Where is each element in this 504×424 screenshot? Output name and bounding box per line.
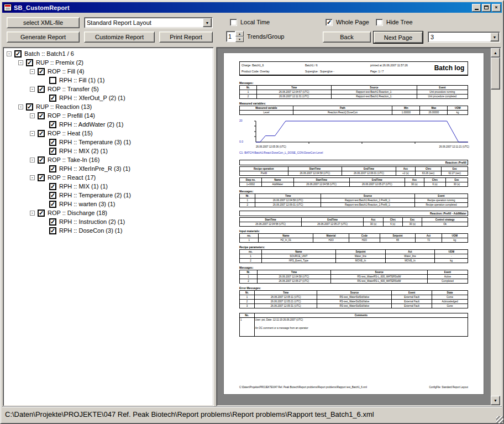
tree-checkbox[interactable]: ✓ xyxy=(38,68,45,75)
collapse-icon[interactable]: - xyxy=(30,113,35,118)
trends-per-group-spinner[interactable]: 1 ▲ ▼ Trends/Group xyxy=(226,31,284,42)
tree-item[interactable]: -✓ROP :: React (17) xyxy=(3,173,213,182)
minimize-button[interactable] xyxy=(472,4,481,12)
tree-item[interactable]: -✓RUP :: Reaction (13) xyxy=(3,102,213,111)
tree-checkbox[interactable]: ✓ xyxy=(38,86,45,93)
tree-item-label[interactable]: RPH :: MIX (1) (1) xyxy=(59,183,108,190)
tree-checkbox[interactable]: ✓ xyxy=(38,112,45,119)
local-time-option[interactable]: Local Time xyxy=(230,18,270,26)
tree-checkbox[interactable]: ✓ xyxy=(14,50,22,57)
tree-checkbox[interactable]: ✓ xyxy=(49,139,56,146)
tree-item-label[interactable]: RPH :: DoseCon (3) (1) xyxy=(59,227,122,234)
tree-item[interactable]: -✓RUP :: Premix (2) xyxy=(3,58,213,67)
generate-report-button[interactable]: Generate Report xyxy=(7,32,80,43)
tree-item[interactable]: -✓Batch :: Batch1 / 6 xyxy=(3,49,213,58)
report-layout-combo[interactable]: Standard Report Layout ▼ xyxy=(84,17,213,28)
scroll-up-icon[interactable]: ▲ xyxy=(491,48,500,57)
scrollbar-thumb[interactable] xyxy=(491,57,500,90)
tree-checkbox[interactable]: ✓ xyxy=(49,192,56,199)
tree-item[interactable]: ✓RPH :: Instruction (2) (1) xyxy=(3,217,213,226)
tree-item-label[interactable]: RPH :: AddWater (2) (1) xyxy=(59,121,123,128)
tree-item[interactable]: ✓RPH :: MIX (1) (1) xyxy=(3,182,213,191)
tree-item-label[interactable]: Batch :: Batch1 / 6 xyxy=(24,50,74,57)
spin-up-icon[interactable]: ▲ xyxy=(235,31,244,36)
tree-item-label[interactable]: RPH :: warten (3) (1) xyxy=(59,201,115,207)
collapse-icon[interactable]: - xyxy=(30,131,35,136)
tree-checkbox[interactable] xyxy=(49,77,56,84)
collapse-icon[interactable]: - xyxy=(30,211,35,216)
close-button[interactable]: × xyxy=(492,4,501,12)
tree-checkbox[interactable]: ✓ xyxy=(49,148,56,155)
tree-item[interactable]: -✓ROP :: Heat (15) xyxy=(3,129,213,138)
whole-page-option[interactable]: ✓ Whole Page xyxy=(326,18,369,26)
local-time-label[interactable]: Local Time xyxy=(240,19,270,25)
tree-checkbox[interactable]: ✓ xyxy=(49,201,56,208)
tree-checkbox[interactable]: ✓ xyxy=(49,227,56,234)
hide-tree-option[interactable]: Hide Tree xyxy=(376,18,413,26)
tree-item-label[interactable]: ROP :: Take-In (16) xyxy=(48,156,99,163)
tree-checkbox[interactable]: ✓ xyxy=(49,121,56,128)
tree-checkbox[interactable]: ✓ xyxy=(49,95,56,102)
tree-item-label[interactable]: RPH :: Temperature (2) (1) xyxy=(59,192,131,198)
tree-item-label[interactable]: ROP :: Heat (15) xyxy=(48,130,93,137)
collapse-icon[interactable]: - xyxy=(30,158,35,163)
chevron-down-icon[interactable]: ▼ xyxy=(490,33,499,41)
tree-item[interactable]: -✓ROP :: Transfer (5) xyxy=(3,85,213,93)
tree-item[interactable]: ✓RPH :: XferOut_P (2) (1) xyxy=(3,93,213,102)
trends-per-group-value[interactable]: 1 xyxy=(226,31,235,42)
tree-item[interactable]: ✓RPH :: Temperature (2) (1) xyxy=(3,191,213,200)
collapse-icon[interactable]: - xyxy=(7,51,12,56)
tree-checkbox[interactable]: ✓ xyxy=(26,103,33,111)
tree-item-label[interactable]: RPH :: XferInPre_R (3) (1) xyxy=(59,165,130,172)
tree-item[interactable]: ✓RPH :: MIX (2) (1) xyxy=(3,146,213,155)
collapse-icon[interactable]: - xyxy=(18,104,23,109)
tree-item[interactable]: ✓RPH :: DoseCon (3) (1) xyxy=(3,226,213,235)
hide-tree-checkbox[interactable] xyxy=(376,19,383,26)
tree-item-label[interactable]: ROP :: Fill (4) xyxy=(48,68,84,75)
customize-report-button[interactable]: Customize Report xyxy=(84,32,155,43)
tree-item-label[interactable]: RPH :: XferOut_P (2) (1) xyxy=(59,95,125,101)
collapse-icon[interactable]: - xyxy=(30,69,35,74)
tree-item[interactable]: ✓RPH :: AddWater (2) (1) xyxy=(3,120,213,129)
next-page-button[interactable]: Next Page xyxy=(374,32,423,43)
tree-checkbox[interactable]: ✓ xyxy=(38,156,45,164)
page-number-combo[interactable]: 3 ▼ xyxy=(428,32,500,43)
maximize-button[interactable] xyxy=(482,4,491,12)
back-button[interactable]: Back xyxy=(323,32,371,43)
whole-page-label[interactable]: Whole Page xyxy=(336,19,369,25)
tree-checkbox[interactable]: ✓ xyxy=(38,210,45,217)
tree-item-label[interactable]: RPH :: Instruction (2) (1) xyxy=(59,218,125,225)
tree-item-label[interactable]: RPH :: Temperature (3) (1) xyxy=(59,139,131,145)
tree-checkbox[interactable]: ✓ xyxy=(49,165,56,172)
spin-down-icon[interactable]: ▼ xyxy=(235,36,244,42)
scroll-down-icon[interactable]: ▼ xyxy=(491,396,500,405)
local-time-checkbox[interactable] xyxy=(230,19,237,26)
tree-item[interactable]: ✓RPH :: Temperature (3) (1) xyxy=(3,138,213,146)
chevron-down-icon[interactable]: ▼ xyxy=(203,18,212,27)
tree-checkbox[interactable]: ✓ xyxy=(26,59,33,66)
tree-item-label[interactable]: ROP :: Discharge (18) xyxy=(48,210,107,216)
resize-grip[interactable] xyxy=(496,416,503,423)
tree-item-label[interactable]: ROP :: Transfer (5) xyxy=(48,86,99,92)
tree-item[interactable]: -✓ROP :: Fill (4) xyxy=(3,67,213,76)
collapse-icon[interactable]: - xyxy=(30,175,35,180)
tree-item-label[interactable]: RUP :: Premix (2) xyxy=(36,59,83,66)
collapse-icon[interactable]: - xyxy=(30,87,35,92)
collapse-icon[interactable]: - xyxy=(18,60,23,65)
tree-checkbox[interactable]: ✓ xyxy=(38,174,45,181)
vertical-scrollbar[interactable]: ▲ ▼ xyxy=(491,48,500,405)
tree-checkbox[interactable]: ✓ xyxy=(49,183,56,190)
tree-item[interactable]: -✓ROP :: Discharge (18) xyxy=(3,208,213,217)
tree-item-label[interactable]: ROP :: React (17) xyxy=(48,174,96,181)
tree-item-label[interactable]: RPH :: Fill (1) (1) xyxy=(59,77,105,83)
tree-checkbox[interactable]: ✓ xyxy=(49,218,56,226)
tree-item-label[interactable]: RPH :: MIX (2) (1) xyxy=(59,148,108,154)
select-xml-file-button[interactable]: select XML-file xyxy=(7,17,80,28)
print-report-button[interactable]: Print Report xyxy=(159,32,213,43)
tree-item[interactable]: RPH :: Fill (1) (1) xyxy=(3,76,213,85)
tree-item-label[interactable]: ROP :: Prefill (14) xyxy=(48,112,95,119)
whole-page-checkbox[interactable]: ✓ xyxy=(326,19,333,26)
tree-item[interactable]: ✓RPH :: XferInPre_R (3) (1) xyxy=(3,164,213,173)
tree-item[interactable]: ✓RPH :: warten (3) (1) xyxy=(3,200,213,208)
hide-tree-label[interactable]: Hide Tree xyxy=(386,19,413,25)
